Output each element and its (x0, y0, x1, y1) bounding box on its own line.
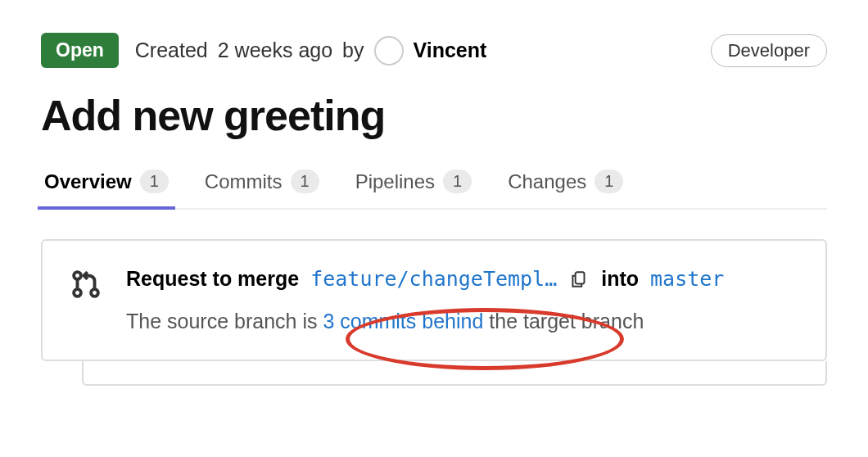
tab-label: Pipelines (355, 170, 435, 193)
merge-request-label: Request to merge (126, 264, 299, 295)
merge-request-icon (69, 267, 103, 305)
avatar[interactable] (374, 36, 404, 66)
page-title: Add new greeting (41, 91, 827, 140)
tab-overview[interactable]: Overview 1 (41, 170, 172, 208)
into-label: into (601, 264, 639, 295)
created-time[interactable]: 2 weeks ago (218, 38, 332, 62)
behind-prefix: The source branch is (126, 310, 323, 333)
role-badge: Developer (711, 34, 827, 67)
tab-count: 1 (291, 170, 319, 193)
tab-changes[interactable]: Changes 1 (504, 170, 626, 208)
tab-count: 1 (594, 170, 623, 193)
svg-point-2 (91, 289, 98, 296)
tab-count: 1 (140, 170, 169, 193)
tab-commits[interactable]: Commits 1 (201, 170, 323, 208)
status-badge: Open (41, 33, 119, 68)
svg-point-0 (74, 272, 81, 279)
svg-rect-3 (576, 272, 585, 283)
created-prefix: Created (135, 38, 208, 62)
merge-request-box: Request to merge feature/changeTempl… in… (41, 239, 827, 361)
mr-header: Open Created 2 weeks ago by Vincent Deve… (41, 33, 827, 68)
source-branch-link[interactable]: feature/changeTempl… (310, 264, 557, 295)
svg-point-1 (74, 289, 81, 296)
author-link[interactable]: Vincent (414, 38, 487, 62)
target-branch-link[interactable]: master (650, 264, 724, 295)
tab-label: Changes (508, 170, 586, 193)
next-section-box (82, 361, 827, 386)
tabs: Overview 1 Commits 1 Pipelines 1 Changes… (41, 170, 827, 210)
created-by: by (342, 38, 364, 62)
behind-suffix: the target branch (483, 310, 644, 333)
copy-branch-icon[interactable] (568, 269, 590, 290)
commits-behind-link[interactable]: 3 commits behind (323, 310, 483, 333)
tab-label: Overview (44, 170, 132, 193)
created-info: Created 2 weeks ago by Vincent (135, 36, 694, 66)
tab-label: Commits (205, 170, 283, 193)
merge-title-row: Request to merge feature/changeTempl… in… (126, 264, 724, 295)
tab-pipelines[interactable]: Pipelines 1 (352, 170, 476, 208)
branch-behind-text: The source branch is 3 commits behind th… (126, 306, 724, 337)
tab-count: 1 (443, 170, 472, 193)
